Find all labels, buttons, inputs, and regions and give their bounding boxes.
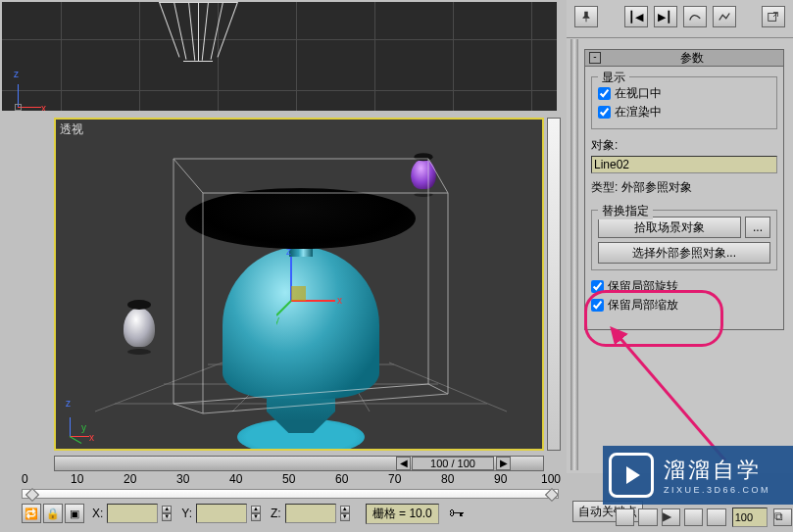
lock-icon[interactable]: 🔒 <box>43 504 63 523</box>
object-type-label: 类型: 外部参照对象 <box>591 179 777 196</box>
panel-toolbar: ┃◀ ▶┃ <box>567 0 793 38</box>
first-frame-icon[interactable]: ┃◀ <box>624 6 648 27</box>
tick-60: 60 <box>335 472 348 486</box>
watermark-play-icon <box>609 453 654 498</box>
key-mode-icon[interactable]: ▣ <box>65 504 84 523</box>
curve-icon[interactable] <box>683 6 707 27</box>
wireframe-object <box>139 0 257 71</box>
frame-input[interactable] <box>732 508 768 527</box>
viewport-label: 透视 <box>60 121 83 138</box>
rollout-title: 参数 <box>605 50 779 67</box>
x-label: X: <box>92 507 103 520</box>
preserve-rotation-check[interactable] <box>591 280 604 293</box>
svg-text:x: x <box>337 295 342 306</box>
in-viewport-label: 在视口中 <box>615 85 662 102</box>
tick-30: 30 <box>176 472 189 486</box>
tick-40: 40 <box>229 472 242 486</box>
in-viewport-checkbox[interactable]: 在视口中 <box>598 85 770 102</box>
pin-icon[interactable] <box>574 6 598 27</box>
time-ruler[interactable]: 0 10 20 30 40 50 60 70 80 90 100 <box>22 475 559 495</box>
in-viewport-check[interactable] <box>598 87 611 100</box>
display-group-title: 显示 <box>598 70 629 86</box>
last-frame-icon[interactable]: ▶┃ <box>654 6 677 27</box>
x-spinner[interactable]: ▲▼ <box>162 506 172 521</box>
y-spinner[interactable]: ▲▼ <box>251 506 261 521</box>
next-key-button[interactable] <box>684 508 703 526</box>
z-input[interactable] <box>285 504 336 523</box>
in-render-label: 在渲染中 <box>615 104 662 121</box>
preserve-rotation-checkbox[interactable]: 保留局部旋转 <box>591 278 777 295</box>
preserve-scale-check[interactable] <box>591 299 604 312</box>
tick-10: 10 <box>71 472 83 486</box>
time-config-button[interactable]: ⧉ <box>773 508 792 526</box>
selection-lock-icon[interactable]: 🔁 <box>22 504 41 523</box>
rollout-header[interactable]: - 参数 <box>584 49 784 67</box>
bottom-playback-row: ▶ ⧉ <box>616 505 792 530</box>
object-label: 对象: <box>591 137 777 154</box>
watermark-url: ZIXUE.3D66.COM <box>664 485 770 495</box>
preserve-rotation-label: 保留局部旋转 <box>608 278 678 295</box>
rollout-collapse-icon[interactable]: - <box>589 52 601 64</box>
object-name-input[interactable] <box>591 156 777 173</box>
in-render-checkbox[interactable]: 在渲染中 <box>598 104 770 121</box>
goto-start-button[interactable] <box>616 508 634 526</box>
panel-divider[interactable] <box>570 39 578 470</box>
y-label: Y: <box>181 507 192 520</box>
move-gizmo[interactable]: z x y <box>276 247 355 325</box>
timeline-area: 0 10 20 30 40 50 60 70 80 90 100 🔁 🔒 ▣ X… <box>0 473 567 532</box>
viewport-scrollbar-v[interactable] <box>547 118 561 451</box>
pick-scene-object-button[interactable]: 拾取场景对象 <box>598 217 741 238</box>
watermark-banner: 溜溜自学 ZIXUE.3D66.COM <box>603 446 793 505</box>
replace-group-title: 替换指定 <box>598 203 653 219</box>
time-slider[interactable]: ◀ 100 / 100 ▶ <box>54 456 544 471</box>
svg-rect-14 <box>586 19 587 23</box>
axis-gizmo-top: z x <box>12 73 51 112</box>
status-bar: 🔁 🔒 ▣ X: ▲▼ Y: ▲▼ Z: ▲▼ 栅格 = 10.0 🗝 <box>22 503 559 524</box>
top-viewport[interactable]: z x <box>0 0 559 113</box>
tick-90: 90 <box>494 472 507 486</box>
prev-key-button[interactable] <box>638 508 657 526</box>
axis-gizmo-persp: z x y <box>64 402 103 441</box>
perspective-viewport[interactable]: 透视 <box>54 118 544 451</box>
svg-rect-15 <box>768 14 776 22</box>
select-xref-object-button[interactable]: 选择外部参照对象... <box>598 242 770 264</box>
time-slider-next[interactable]: ▶ <box>496 457 511 470</box>
play-button[interactable]: ▶ <box>662 508 680 526</box>
replace-group: 替换指定 拾取场景对象 ... 选择外部参照对象... <box>591 210 777 270</box>
graph-icon[interactable] <box>713 6 736 27</box>
top-grid <box>2 2 557 111</box>
z-spinner[interactable]: ▲▼ <box>340 506 350 521</box>
svg-rect-10 <box>291 286 306 301</box>
pick-scene-more-button[interactable]: ... <box>745 217 770 238</box>
tick-70: 70 <box>388 472 401 486</box>
goto-end-button[interactable] <box>707 508 725 526</box>
in-render-check[interactable] <box>598 106 611 119</box>
tick-80: 80 <box>441 472 454 486</box>
z-label: Z: <box>271 507 281 520</box>
tick-50: 50 <box>282 472 295 486</box>
tick-100: 100 <box>541 472 561 486</box>
external-icon[interactable] <box>762 6 785 27</box>
tick-0: 0 <box>22 472 28 486</box>
display-group: 显示 在视口中 在渲染中 <box>591 76 777 129</box>
svg-line-9 <box>276 301 291 315</box>
svg-text:y: y <box>276 314 279 325</box>
x-input[interactable] <box>107 504 158 523</box>
grid-readout: 栅格 = 10.0 <box>366 504 439 524</box>
time-slider-prev[interactable]: ◀ <box>396 457 411 470</box>
key-icon[interactable]: 🗝 <box>449 505 465 522</box>
preserve-scale-label: 保留局部缩放 <box>608 297 678 314</box>
tick-20: 20 <box>124 472 136 486</box>
svg-text:z: z <box>286 247 291 257</box>
y-input[interactable] <box>196 504 247 523</box>
preserve-scale-checkbox[interactable]: 保留局部缩放 <box>591 297 777 314</box>
time-slider-thumb[interactable]: 100 / 100 <box>412 457 494 470</box>
watermark-text: 溜溜自学 <box>664 456 770 485</box>
